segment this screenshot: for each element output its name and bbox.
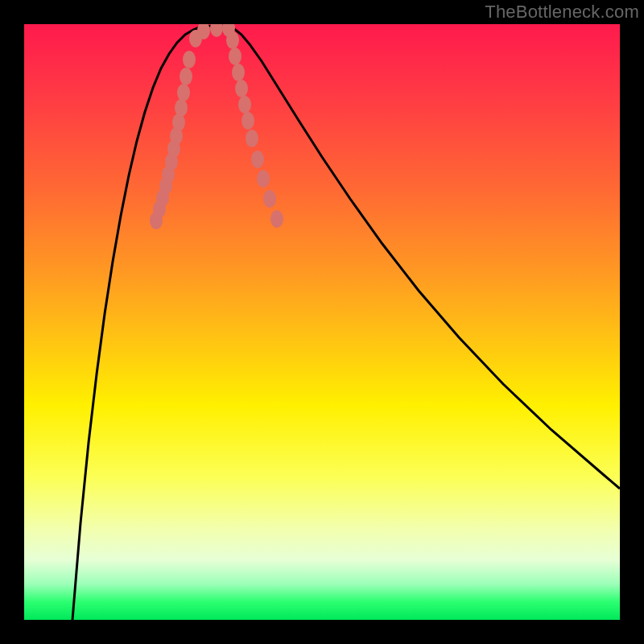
marker-dot bbox=[263, 190, 276, 208]
marker-dot bbox=[251, 151, 264, 168]
marker-dot bbox=[235, 80, 248, 97]
marker-dot bbox=[257, 170, 270, 188]
watermark-text: TheBottleneck.com bbox=[485, 2, 639, 23]
marker-dot bbox=[270, 210, 283, 228]
marker-dot bbox=[210, 24, 223, 37]
marker-dot bbox=[246, 130, 258, 147]
bottleneck-curve bbox=[72, 26, 620, 620]
marker-dot bbox=[177, 84, 190, 101]
marker-dot bbox=[226, 31, 239, 49]
marker-dot bbox=[232, 64, 245, 81]
marker-dot bbox=[183, 51, 196, 68]
marker-dot bbox=[180, 68, 192, 85]
outer-frame: TheBottleneck.com bbox=[0, 0, 644, 644]
plot-area bbox=[24, 24, 620, 620]
marker-dot bbox=[175, 99, 188, 117]
marker-dot bbox=[242, 112, 254, 130]
marker-dot bbox=[229, 47, 242, 65]
curve-layer bbox=[24, 24, 620, 620]
marker-dot bbox=[238, 96, 251, 114]
